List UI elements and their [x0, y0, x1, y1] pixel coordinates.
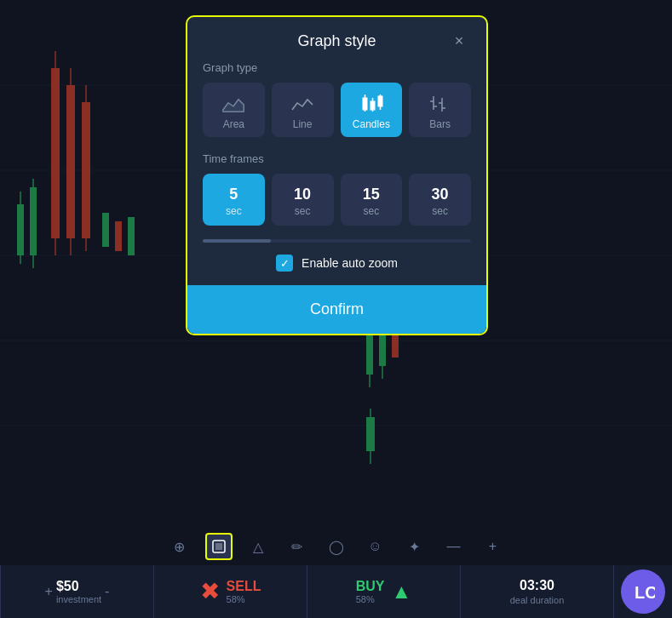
graph-type-bars-button[interactable]: Bars [409, 83, 471, 137]
graph-style-modal: Graph style × Graph type Area Line [186, 15, 488, 335]
modal-body: Graph type Area Line [187, 61, 486, 272]
toolbar-triangle-icon[interactable]: △ [244, 533, 272, 560]
deal-duration-label: deal duration [510, 595, 565, 605]
scroll-thumb [203, 239, 271, 243]
sell-item[interactable]: ✖ SELL 58% [154, 565, 307, 618]
modal-title: Graph style [225, 32, 449, 50]
graph-type-label: Graph type [203, 61, 471, 74]
scroll-indicator[interactable] [203, 239, 471, 243]
investment-plus[interactable]: - [105, 584, 109, 599]
toolbar-minus-icon[interactable]: — [440, 533, 468, 560]
sell-percent: 58% [227, 594, 261, 604]
toolbar-settings-icon[interactable]: ✦ [401, 533, 428, 560]
timeframe-5sec-button[interactable]: 5 sec [203, 174, 265, 226]
area-icon [221, 93, 245, 113]
timeframe-30sec-button[interactable]: 30 sec [409, 174, 471, 226]
toolbar-person-icon[interactable]: ☺ [362, 533, 389, 560]
confirm-button[interactable]: Confirm [187, 285, 486, 334]
graph-type-line-button[interactable]: Line [272, 83, 334, 137]
sell-arrow-icon: ✖ [200, 580, 220, 604]
modal-close-button[interactable]: × [449, 31, 469, 51]
toolbar-plus-icon[interactable]: + [480, 533, 507, 560]
timeframe-15sec-button[interactable]: 15 sec [341, 174, 403, 226]
toolbar-active-tool-icon[interactable] [205, 533, 233, 560]
buy-value: BUY [356, 579, 385, 594]
auto-zoom-checkbox[interactable]: ✓ [276, 255, 293, 272]
graph-type-options: Area Line Candles [203, 83, 471, 137]
svg-rect-47 [215, 543, 222, 550]
timeframe-options: 5 sec 10 sec 15 sec 30 sec [203, 174, 471, 226]
sell-value: SELL [227, 579, 261, 594]
logo-button[interactable]: LC [621, 569, 665, 614]
investment-item[interactable]: + $50 investment - [0, 565, 154, 618]
auto-zoom-label: Enable auto zoom [302, 256, 398, 270]
buy-item[interactable]: BUY 58% ▲ [307, 565, 461, 618]
investment-value: $50 [56, 579, 101, 594]
buy-arrow-icon: ▲ [392, 581, 412, 602]
investment-minus[interactable]: + [45, 584, 53, 599]
bars-icon [428, 93, 452, 113]
candles-icon [359, 93, 383, 113]
bottom-toolbar: ⊕ △ ✏ ◯ ☺ ✦ — + [0, 528, 672, 565]
timeframe-10sec-button[interactable]: 10 sec [272, 174, 334, 226]
toolbar-pencil-icon[interactable]: ✏ [284, 533, 311, 560]
bottom-bar: + $50 investment - ✖ SELL 58% BUY 58% ▲ … [0, 565, 672, 618]
toolbar-crosshair-icon[interactable]: ⊕ [166, 533, 193, 560]
deal-duration-item[interactable]: 03:30 deal duration [461, 565, 614, 618]
svg-text:LC: LC [635, 583, 655, 602]
auto-zoom-row: ✓ Enable auto zoom [203, 255, 471, 272]
deal-duration-value: 03:30 [520, 578, 554, 593]
logo-icon: LC [631, 580, 655, 604]
graph-type-candles-button[interactable]: Candles [341, 83, 403, 137]
graph-type-area-button[interactable]: Area [203, 83, 265, 137]
toolbar-circle-icon[interactable]: ◯ [323, 533, 350, 560]
modal-header: Graph style × [187, 17, 486, 61]
buy-percent: 58% [356, 594, 385, 604]
timeframe-label: Time frames [203, 152, 471, 165]
investment-label: investment [56, 594, 101, 604]
line-icon [290, 93, 314, 113]
